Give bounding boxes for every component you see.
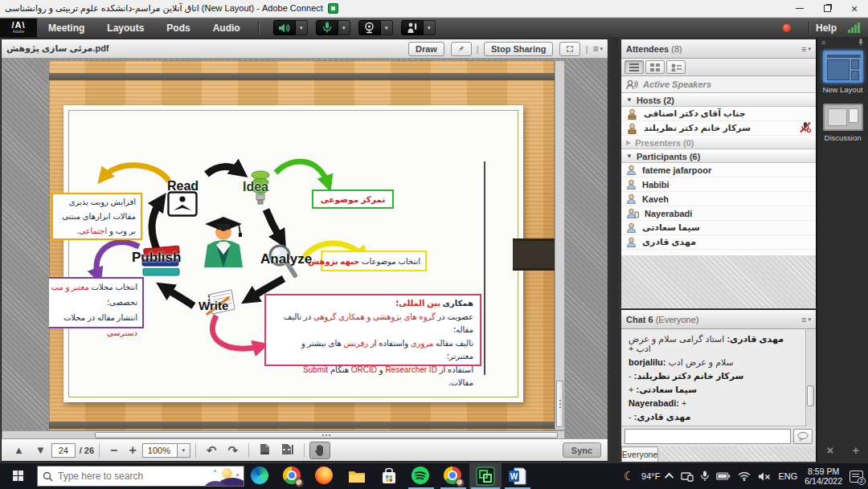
redo-button[interactable]: ↷	[222, 443, 244, 458]
taskbar-app-word[interactable]: W	[502, 463, 534, 489]
menu-pods[interactable]: Pods	[155, 18, 201, 38]
volume-muted-icon[interactable]	[758, 471, 771, 482]
chat-scrollbar[interactable]	[805, 329, 815, 426]
weather-temperature[interactable]: 94°F	[641, 471, 660, 481]
taskbar-app-chrome-2[interactable]	[437, 463, 469, 489]
chat-pod-menu[interactable]: ≡▾	[801, 315, 811, 324]
search-input[interactable]	[58, 471, 178, 482]
zoom-out-button[interactable]: −	[104, 443, 123, 458]
stop-sharing-button[interactable]: Stop Sharing	[484, 42, 553, 56]
taskbar-app-spotify[interactable]	[405, 463, 437, 489]
chat-scrollbar-thumb[interactable]	[807, 385, 814, 406]
pencil-tool-button[interactable]	[451, 42, 472, 56]
chat-tab-everyone[interactable]: Everyone	[621, 446, 658, 462]
help-menu[interactable]: Help	[816, 22, 837, 34]
taskbar-app-adobe-connect[interactable]	[469, 463, 502, 489]
participant-row[interactable]: fateme jafarpoor	[621, 163, 816, 177]
webcam-dropdown[interactable]: ▾	[381, 20, 393, 35]
layouts-menu-icon[interactable]: ≡	[821, 39, 825, 47]
page-number-input[interactable]	[51, 443, 76, 458]
zoom-level-value[interactable]: 100%	[142, 443, 178, 458]
shared-slide-document[interactable]: Read Idea Analyze Write Publish افزایش ر…	[49, 60, 555, 430]
participant-row[interactable]: سیما سعادتی	[621, 221, 816, 235]
sync-button[interactable]: Sync	[563, 442, 601, 458]
attendees-pod: Attendees (8) ≡▾ Active Speakers	[620, 39, 817, 308]
close-button[interactable]: ×	[841, 0, 868, 17]
adobe-connect-icon	[476, 467, 495, 486]
start-button[interactable]	[0, 463, 37, 489]
fullscreen-button[interactable]	[559, 42, 580, 56]
topics-box: انتخاب موضوعات جبهه پژوهش	[321, 251, 427, 271]
host-row[interactable]: جناب آقای دکتر اصنافی	[621, 107, 816, 121]
menu-audio[interactable]: Audio	[202, 18, 252, 38]
share-pod-menu-icon[interactable]: ≡	[592, 43, 598, 55]
participant-row[interactable]: Nayerabadi	[621, 206, 816, 221]
webcam-button[interactable]	[358, 20, 381, 35]
tray-overflow-chevron-icon[interactable]	[665, 473, 674, 482]
maximize-button[interactable]	[813, 0, 841, 17]
horizontal-scrollbar[interactable]	[2, 430, 565, 438]
taskbar-app-store[interactable]	[373, 463, 405, 489]
participants-section-header[interactable]: ▼ Participants (6)	[621, 149, 816, 163]
participant-icon	[626, 165, 637, 175]
microphone-dropdown[interactable]: ▾	[338, 20, 350, 35]
zoom-dropdown[interactable]: ▾	[178, 443, 190, 458]
raise-hand-button[interactable]	[401, 20, 424, 35]
next-page-button[interactable]: ▼	[30, 444, 51, 456]
pan-hand-tool-button[interactable]	[309, 442, 330, 459]
connection-status-icon[interactable]	[848, 22, 860, 33]
host-icon	[626, 108, 638, 120]
layout-discussion-thumbnail[interactable]	[823, 104, 863, 131]
connect-display-icon[interactable]	[681, 471, 694, 482]
manage-layouts-button[interactable]: ×	[827, 443, 834, 457]
taskbar-clock[interactable]: 8:59 PM 6/14/2022	[805, 467, 842, 486]
attendees-pod-menu[interactable]: ≡▾	[801, 44, 811, 54]
menu-layouts[interactable]: Layouts	[96, 18, 155, 38]
participant-row[interactable]: مهدی قادری	[621, 235, 816, 250]
fit-width-button[interactable]	[276, 443, 299, 458]
tray-microphone-icon[interactable]	[701, 471, 709, 482]
hosts-section-header[interactable]: ▼ Hosts (2)	[621, 93, 816, 107]
battery-icon[interactable]	[716, 471, 731, 481]
speaker-dropdown[interactable]: ▾	[296, 20, 308, 35]
vertical-scrollbar[interactable]	[555, 60, 565, 430]
zoom-in-button[interactable]: +	[123, 443, 141, 458]
participant-row[interactable]: Kaveh	[621, 192, 816, 206]
horizontal-scrollbar-thumb[interactable]	[95, 432, 558, 438]
weather-moon-icon[interactable]: ☾	[624, 469, 634, 483]
participant-row[interactable]: Habibi	[621, 177, 816, 192]
raise-hand-dropdown[interactable]: ▾	[424, 20, 436, 35]
previous-page-button[interactable]: ▲	[8, 444, 30, 456]
speaker-button[interactable]	[273, 20, 296, 35]
taskbar-app-explorer[interactable]	[341, 463, 373, 489]
language-indicator[interactable]: ENG	[778, 471, 797, 481]
pin-icon[interactable]	[858, 39, 864, 46]
vertical-scrollbar-thumb[interactable]	[556, 381, 563, 427]
slide-top-stripe	[49, 73, 555, 80]
menu-meeting[interactable]: Meeting	[37, 18, 96, 38]
attendee-grid-view-button[interactable]	[645, 60, 665, 74]
chat-bubble-icon	[797, 432, 809, 441]
add-layout-button[interactable]: +	[853, 443, 860, 457]
cycle-label-write: Write	[199, 299, 228, 312]
taskbar-search[interactable]	[37, 466, 244, 487]
fit-page-button[interactable]	[254, 443, 276, 458]
send-message-button[interactable]	[793, 429, 813, 444]
minimize-button[interactable]	[786, 0, 813, 17]
chat-input[interactable]	[624, 429, 791, 444]
draw-button[interactable]: Draw	[408, 42, 444, 56]
taskbar-app-firefox[interactable]	[309, 463, 341, 489]
taskbar-app-edge[interactable]	[244, 463, 276, 489]
file-explorer-icon	[347, 467, 366, 486]
microphone-button[interactable]	[316, 20, 338, 35]
wifi-icon[interactable]	[738, 471, 751, 481]
notification-center-icon[interactable]: 2	[850, 471, 863, 483]
taskbar-app-chrome[interactable]	[276, 463, 309, 489]
layout-new-layout-thumbnail[interactable]	[823, 51, 863, 83]
host-row[interactable]: سرکار خانم دکتر نظربلند	[621, 121, 816, 136]
undo-button[interactable]: ↶	[201, 443, 223, 458]
attendee-list-view-button[interactable]	[624, 60, 644, 74]
word-icon: W	[508, 467, 527, 486]
presenters-section-header[interactable]: ▶ Presenters (0)	[621, 136, 816, 149]
attendee-card-view-button[interactable]	[666, 60, 686, 74]
